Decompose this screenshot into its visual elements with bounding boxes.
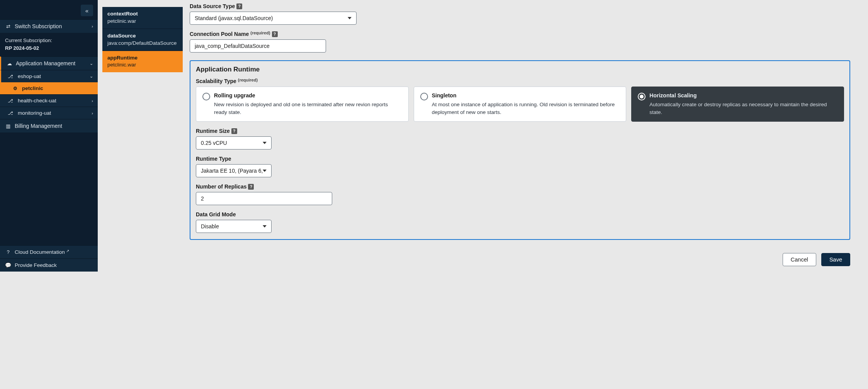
data-source-type-label: Data Source Type ? xyxy=(190,3,850,9)
select-value: Jakarta EE 10, (Payara 6, JDK xyxy=(201,168,263,174)
current-subscription-block: Current Subscription: RP 2024-05-02 xyxy=(0,33,98,56)
namespace-label: monitoring-uat xyxy=(18,110,51,116)
switch-subscription-label: Switch Subscription xyxy=(15,23,62,29)
namespace-monitoring-uat[interactable]: monitoring-uat › xyxy=(0,107,98,119)
connection-pool-name-label: Connection Pool Name (required) ? xyxy=(190,31,850,37)
caret-down-icon xyxy=(263,142,267,144)
option-title: Singleton xyxy=(432,92,620,99)
help-icon[interactable]: ? xyxy=(248,184,254,190)
namespace-icon xyxy=(8,110,15,116)
caret-down-icon xyxy=(263,170,267,172)
current-subscription-value: RP 2024-05-02 xyxy=(5,44,93,52)
namespace-icon xyxy=(8,74,15,79)
radio-icon xyxy=(638,93,645,100)
save-button[interactable]: Save xyxy=(821,253,850,266)
select-value: Disable xyxy=(201,223,219,229)
number-of-replicas-label: Number of Replicas ? xyxy=(196,183,844,190)
switch-subscription[interactable]: ⇄ Switch Subscription › xyxy=(0,19,98,33)
select-value: 0.25 vCPU xyxy=(201,140,227,146)
data-grid-mode-label: Data Grid Mode xyxy=(196,211,844,217)
option-description: New revision is deployed and old one is … xyxy=(214,101,402,116)
option-description: Automatically create or destroy replicas… xyxy=(649,101,837,116)
main-panel: Data Source Type ? Standard (javax.sql.D… xyxy=(187,0,868,272)
required-tag: (required) xyxy=(238,78,258,82)
step-title: dataSource xyxy=(107,32,178,40)
feedback-label: Provide Feedback xyxy=(15,262,57,268)
app-icon xyxy=(13,86,19,91)
cloud-documentation-link[interactable]: ? Cloud Documentation ↗ xyxy=(0,245,98,258)
help-icon[interactable]: ? xyxy=(236,3,242,9)
chart-icon xyxy=(5,123,12,129)
cloud-docs-label: Cloud Documentation xyxy=(15,249,65,255)
help-icon[interactable]: ? xyxy=(231,128,237,134)
chevron-double-left-icon: « xyxy=(85,7,88,14)
section-title: Application Runtime xyxy=(196,66,844,73)
scalability-singleton[interactable]: Singleton At most one instance of applic… xyxy=(414,87,627,122)
cancel-button[interactable]: Cancel xyxy=(783,253,816,266)
scalability-rolling-upgrade[interactable]: Rolling upgrade New revision is deployed… xyxy=(196,87,409,122)
step-appruntime[interactable]: appRuntime petclinic.war xyxy=(102,51,183,73)
label-text: Data Grid Mode xyxy=(196,211,236,217)
sidebar-collapse-row: « xyxy=(0,0,98,19)
step-title: appRuntime xyxy=(107,54,178,62)
label-text: Scalability Type xyxy=(196,78,236,84)
cloud-icon xyxy=(6,61,13,66)
runtime-size-select[interactable]: 0.25 vCPU xyxy=(196,136,272,149)
label-text: Number of Replicas xyxy=(196,183,246,190)
step-column: contextRoot petclinic.war dataSource jav… xyxy=(98,0,187,272)
runtime-type-label: Runtime Type xyxy=(196,156,844,162)
chevron-right-icon: › xyxy=(92,99,93,103)
step-datasource[interactable]: dataSource java:comp/DefaultDataSource xyxy=(102,29,183,51)
nav-application-management[interactable]: Application Management ⌄ xyxy=(0,56,98,70)
step-subtitle: petclinic.war xyxy=(107,18,178,25)
chevron-right-icon: › xyxy=(92,111,93,116)
nav-application-management-label: Application Management xyxy=(16,60,75,66)
data-source-type-select[interactable]: Standard (javax.sql.DataSource) xyxy=(190,12,357,25)
external-link-icon: ↗ xyxy=(66,249,69,253)
app-petclinic[interactable]: petclinic xyxy=(0,82,98,94)
step-subtitle: petclinic.war xyxy=(107,61,178,69)
namespace-label: eshop-uat xyxy=(18,73,41,79)
namespace-icon xyxy=(8,98,15,104)
connection-pool-name-input[interactable] xyxy=(190,39,326,53)
runtime-type-select[interactable]: Jakarta EE 10, (Payara 6, JDK xyxy=(196,164,272,177)
current-subscription-label: Current Subscription: xyxy=(5,37,93,44)
help-icon: ? xyxy=(5,249,12,255)
namespace-eshop-uat[interactable]: eshop-uat ⌄ xyxy=(0,70,98,82)
chevron-down-icon: ⌄ xyxy=(90,61,93,66)
label-text: Runtime Type xyxy=(196,156,231,162)
namespace-label: health-check-uat xyxy=(18,98,56,104)
caret-down-icon xyxy=(263,225,267,228)
number-of-replicas-input[interactable] xyxy=(196,192,332,205)
required-tag: (required) xyxy=(250,31,270,35)
scalability-options: Rolling upgrade New revision is deployed… xyxy=(196,87,844,122)
scalability-type-label: Scalability Type (required) xyxy=(196,78,844,84)
chevron-down-icon: ⌄ xyxy=(90,74,93,79)
chevron-right-icon: › xyxy=(92,24,93,29)
nav-billing-label: Billing Management xyxy=(15,123,62,129)
sidebar: « ⇄ Switch Subscription › Current Subscr… xyxy=(0,0,98,272)
label-text: Data Source Type xyxy=(190,3,235,9)
step-contextroot[interactable]: contextRoot petclinic.war xyxy=(102,7,183,29)
option-description: At most one instance of application is r… xyxy=(432,101,620,116)
app-label: petclinic xyxy=(22,85,43,91)
collapse-sidebar-button[interactable]: « xyxy=(81,5,93,16)
provide-feedback-link[interactable]: 💬 Provide Feedback xyxy=(0,258,98,272)
label-text: Connection Pool Name xyxy=(190,31,249,37)
radio-icon xyxy=(420,93,428,100)
step-subtitle: java:comp/DefaultDataSource xyxy=(107,40,178,47)
caret-down-icon xyxy=(348,17,352,19)
speech-bubble-icon: 💬 xyxy=(5,262,12,268)
label-text: Runtime Size xyxy=(196,128,230,134)
switch-icon: ⇄ xyxy=(5,24,12,29)
runtime-size-label: Runtime Size ? xyxy=(196,128,844,134)
help-icon[interactable]: ? xyxy=(272,31,278,37)
option-title: Horizontal Scaling xyxy=(649,92,837,99)
namespace-health-check-uat[interactable]: health-check-uat › xyxy=(0,94,98,107)
data-grid-mode-select[interactable]: Disable xyxy=(196,220,272,233)
scalability-horizontal-scaling[interactable]: Horizontal Scaling Automatically create … xyxy=(631,87,844,122)
application-runtime-section: Application Runtime Scalability Type (re… xyxy=(190,60,850,240)
radio-icon xyxy=(202,93,210,100)
nav-billing-management[interactable]: Billing Management xyxy=(0,119,98,132)
option-title: Rolling upgrade xyxy=(214,92,402,99)
